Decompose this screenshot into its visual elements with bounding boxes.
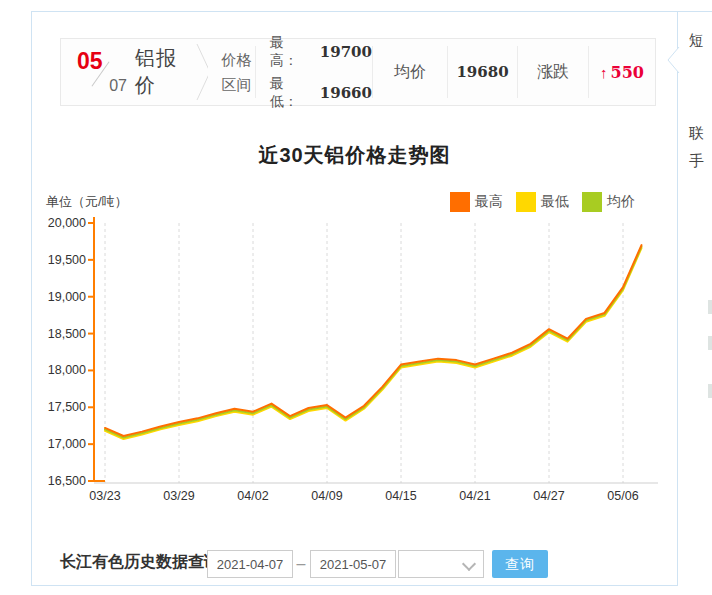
price-range-line2: 区间 bbox=[222, 72, 252, 98]
date-range-separator: – bbox=[294, 555, 308, 573]
sidebar-text-fragment: 手 bbox=[689, 152, 704, 171]
low-value: 19660 bbox=[320, 84, 372, 102]
average-label: 均价 bbox=[373, 39, 447, 105]
top-border-extension bbox=[678, 11, 712, 12]
x-axis-tick-label: 04/27 bbox=[517, 489, 581, 503]
y-axis-tick-label: 19,000 bbox=[28, 290, 86, 304]
chart-title: 近30天铝价格走势图 bbox=[31, 142, 678, 169]
x-axis-tick-label: 03/29 bbox=[147, 489, 211, 503]
quote-date: 05 07 bbox=[75, 47, 129, 97]
price-range-line1: 价格 bbox=[222, 47, 252, 73]
panel-notch-icon bbox=[664, 46, 680, 74]
sidebar-text-fragment: 联 bbox=[689, 124, 704, 143]
query-button[interactable]: 查询 bbox=[492, 550, 548, 578]
x-axis-tick-label: 04/15 bbox=[369, 489, 433, 503]
quote-date-day: 07 bbox=[109, 77, 127, 95]
change-value: 550 bbox=[611, 63, 644, 82]
legend-item: 均价 bbox=[582, 192, 635, 212]
average-value: 19680 bbox=[448, 39, 517, 105]
quote-date-month-day: 05 bbox=[77, 48, 103, 75]
high-low-cell: 最高： 19700 最低： 19660 bbox=[256, 39, 372, 105]
end-date-input[interactable] bbox=[310, 550, 396, 578]
legend-swatch-icon bbox=[582, 192, 602, 212]
x-axis-tick-label: 05/06 bbox=[591, 489, 655, 503]
category-select[interactable] bbox=[398, 550, 484, 578]
legend-item: 最低 bbox=[516, 192, 569, 212]
change-label: 涨跌 bbox=[518, 39, 588, 105]
x-axis-tick-label: 04/02 bbox=[221, 489, 285, 503]
high-label: 最高： bbox=[270, 34, 312, 70]
legend-swatch-icon bbox=[450, 192, 470, 212]
chart-legend: 最高最低均价 bbox=[450, 192, 635, 212]
quote-bar: 05 07 铝报价 价格 区间 最高： 19700 最低： 19660 均价 1… bbox=[60, 38, 656, 106]
y-axis-tick-label: 17,000 bbox=[28, 437, 86, 451]
sidebar-icon-fragment bbox=[708, 300, 712, 314]
y-axis-tick-label: 18,500 bbox=[28, 327, 86, 341]
legend-item: 最高 bbox=[450, 192, 503, 212]
legend-label: 最高 bbox=[475, 193, 503, 211]
x-axis-tick-label: 03/23 bbox=[73, 489, 137, 503]
chevron-right-icon bbox=[194, 41, 208, 103]
sidebar-icon-fragment bbox=[708, 384, 712, 398]
high-value: 19700 bbox=[320, 43, 372, 61]
y-axis-tick-label: 17,500 bbox=[28, 400, 86, 414]
low-label: 最低： bbox=[270, 75, 312, 111]
legend-swatch-icon bbox=[516, 192, 536, 212]
product-cell: 05 07 铝报价 价格 区间 bbox=[61, 39, 255, 105]
x-axis-tick-label: 04/09 bbox=[295, 489, 359, 503]
y-axis-tick-label: 20,000 bbox=[28, 216, 86, 230]
sidebar-text-fragment: 短 bbox=[689, 31, 704, 50]
y-axis-tick-label: 19,500 bbox=[28, 253, 86, 267]
legend-label: 均价 bbox=[607, 193, 635, 211]
change-cell: ↑ 550 bbox=[589, 39, 655, 105]
y-axis-tick-label: 16,500 bbox=[28, 474, 86, 488]
price-range-label: 价格 区间 bbox=[218, 47, 255, 98]
x-axis-tick-label: 04/21 bbox=[443, 489, 507, 503]
chevron-down-icon bbox=[462, 557, 476, 571]
arrow-up-icon: ↑ bbox=[600, 64, 608, 81]
sidebar-icon-fragment bbox=[708, 336, 712, 350]
y-axis-tick-label: 18,000 bbox=[28, 363, 86, 377]
product-name: 铝报价 bbox=[135, 45, 180, 99]
axis-unit-label: 单位（元/吨） bbox=[46, 193, 128, 211]
legend-label: 最低 bbox=[541, 193, 569, 211]
start-date-input[interactable] bbox=[207, 550, 293, 578]
